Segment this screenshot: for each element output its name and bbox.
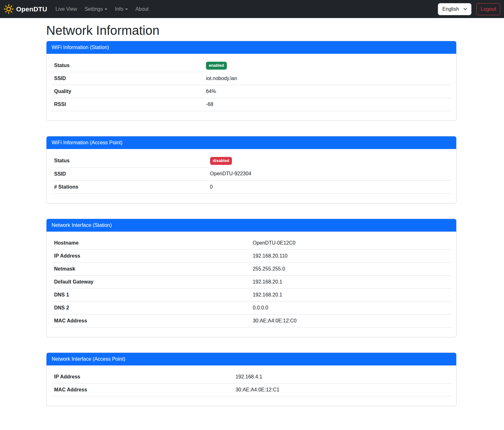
nav-item-settings[interactable]: Settings [82, 4, 110, 15]
row-label: # Stations [52, 180, 208, 193]
logout-button[interactable]: Logout [476, 3, 500, 15]
card-body: IP Address 192.168.4.1 MAC Address 30:AE… [47, 365, 456, 406]
row-label: Netmask [52, 262, 250, 275]
top-navbar: OpenDTU Live View Settings Info About En… [0, 0, 504, 18]
chevron-down-icon [125, 9, 128, 10]
table-row: MAC Address 30:AE:A4:0E:12:C1 [52, 383, 451, 396]
nav-links: Live View Settings Info About [52, 4, 152, 15]
row-value: 192.168.20.1 [250, 288, 451, 301]
info-table: Status enabled SSID iot.nobody.lan Quali… [52, 59, 451, 111]
table-row: SSID OpenDTU-922304 [52, 167, 451, 180]
row-value: OpenDTU-0E12C0 [250, 237, 451, 250]
brand-title: OpenDTU [16, 5, 47, 13]
card-header: WiFi Information (Access Point) [47, 136, 456, 149]
chevron-down-icon [105, 9, 107, 10]
table-row: Quality 64% [52, 85, 451, 98]
row-label: IP Address [52, 371, 233, 383]
card-header: WiFi Information (Station) [47, 41, 456, 54]
table-row: Default Gateway 192.168.20.1 [52, 275, 451, 288]
nav-item-live-view[interactable]: Live View [53, 4, 79, 15]
nav-item-label: About [135, 6, 149, 12]
card-network-interface-station: Network Interface (Station) Hostname Ope… [46, 219, 457, 337]
nav-item-label: Live View [55, 6, 77, 12]
row-label: Quality [52, 85, 203, 98]
card-wifi-access-point: WiFi Information (Access Point) Status d… [46, 136, 457, 203]
row-value: 192.168.20.110 [250, 249, 451, 262]
row-value: 192.168.20.1 [250, 275, 451, 288]
row-value: 0.0.0.0 [250, 301, 451, 314]
row-value: 192.168.4.1 [233, 371, 451, 383]
card-network-interface-access-point: Network Interface (Access Point) IP Addr… [46, 352, 457, 406]
row-label: RSSI [52, 98, 203, 111]
table-row: DNS 1 192.168.20.1 [52, 288, 451, 301]
row-value: 255.255.255.0 [250, 262, 451, 275]
language-select[interactable]: English [438, 3, 471, 15]
table-row: Status disabled [52, 154, 451, 167]
row-label: MAC Address [52, 314, 250, 327]
row-value: 30:AE:A4:0E:12:C0 [250, 314, 451, 327]
row-label: Hostname [52, 237, 250, 250]
row-value: 64% [203, 85, 451, 98]
table-row: IP Address 192.168.4.1 [52, 371, 451, 383]
card-header: Network Interface (Station) [47, 219, 456, 232]
row-label: DNS 2 [52, 301, 250, 314]
nav-item-info[interactable]: Info [112, 4, 130, 15]
chevron-down-icon [463, 7, 468, 11]
nav-item-label: Info [115, 6, 123, 12]
row-value: OpenDTU-922304 [208, 167, 451, 180]
row-label: SSID [52, 167, 208, 180]
table-row: MAC Address 30:AE:A4:0E:12:C0 [52, 314, 451, 327]
main-content: Network Information WiFi Information (St… [46, 23, 457, 406]
page-title: Network Information [46, 23, 457, 38]
table-row: Hostname OpenDTU-0E12C0 [52, 237, 451, 250]
navbar-right: English Logout [438, 3, 500, 15]
table-row: # Stations 0 [52, 180, 451, 193]
info-table: IP Address 192.168.4.1 MAC Address 30:AE… [52, 371, 451, 396]
card-wifi-station: WiFi Information (Station) Status enable… [46, 41, 457, 121]
card-body: Hostname OpenDTU-0E12C0 IP Address 192.1… [47, 232, 456, 337]
nav-item-about[interactable]: About [133, 4, 151, 15]
table-row: Netmask 255.255.255.0 [52, 262, 451, 275]
card-body: Status disabled SSID OpenDTU-922304 # St… [47, 149, 456, 203]
row-label: DNS 1 [52, 288, 250, 301]
row-value: iot.nobody.lan [203, 72, 451, 85]
language-select-value: English [442, 6, 459, 12]
table-row: RSSI -68 [52, 98, 451, 111]
table-row: Status enabled [52, 59, 451, 72]
table-row: SSID iot.nobody.lan [52, 72, 451, 85]
row-value: disabled [208, 154, 451, 167]
status-badge: disabled [210, 157, 232, 165]
row-label: SSID [52, 72, 203, 85]
row-label: Default Gateway [52, 275, 250, 288]
row-label: IP Address [52, 249, 250, 262]
status-badge: enabled [206, 62, 227, 70]
info-table: Status disabled SSID OpenDTU-922304 # St… [52, 154, 451, 193]
table-row: DNS 2 0.0.0.0 [52, 301, 451, 314]
nav-item-label: Settings [84, 6, 103, 12]
sun-icon [4, 4, 14, 14]
card-header: Network Interface (Access Point) [47, 353, 456, 365]
row-label: Status [52, 154, 208, 167]
info-table: Hostname OpenDTU-0E12C0 IP Address 192.1… [52, 237, 451, 327]
row-value: -68 [203, 98, 451, 111]
row-value: 30:AE:A4:0E:12:C1 [233, 383, 451, 396]
card-body: Status enabled SSID iot.nobody.lan Quali… [47, 54, 456, 121]
row-label: MAC Address [52, 383, 233, 396]
row-label: Status [52, 59, 203, 72]
table-row: IP Address 192.168.20.110 [52, 249, 451, 262]
row-value: 0 [208, 180, 451, 193]
brand-link[interactable]: OpenDTU [4, 4, 47, 14]
row-value: enabled [203, 59, 451, 72]
